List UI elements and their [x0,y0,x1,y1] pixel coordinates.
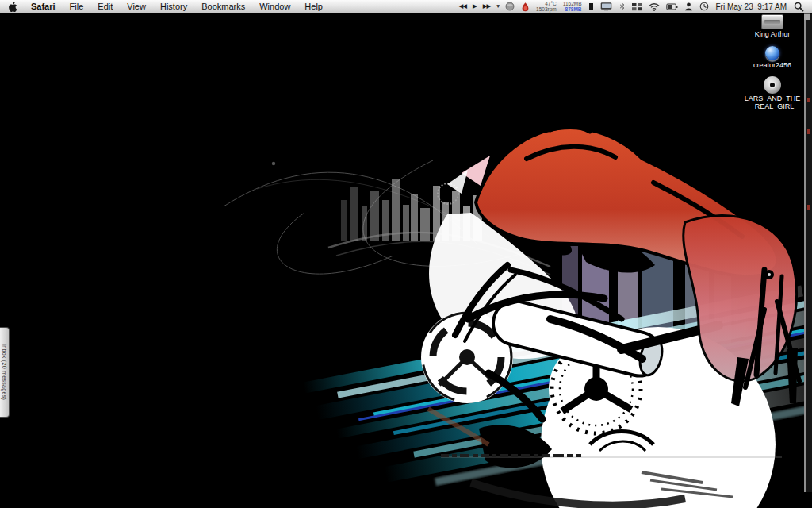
menu-help[interactable]: Help [297,0,330,13]
wifi-icon[interactable] [645,0,663,13]
menu-safari[interactable]: Safari [24,0,63,13]
memory-stats[interactable]: 1162MB 878MB [560,1,585,12]
menu-edit[interactable]: Edit [90,0,120,13]
hard-drive-icon [761,14,783,29]
spaces-icon[interactable] [629,0,645,13]
memory-used: 878MB [565,6,582,12]
idisk-icon [765,46,779,60]
wallpaper-motorcycle-art [209,111,812,508]
desktop-icon-creator2456[interactable]: creator2456 [742,46,802,70]
offscreen-window-edge[interactable] [804,13,812,492]
menu-date: Fri May 23 [716,2,753,11]
menu-time: 9:17 AM [757,2,787,11]
menu-history[interactable]: History [153,0,194,13]
clock-icon[interactable] [696,0,712,13]
menu-window[interactable]: Window [252,0,297,13]
menu-bar-left: Safari File Edit View History Bookmarks … [0,0,330,13]
desktop-icon-label: LARS_AND_THE_REAL_GIRL [745,95,801,110]
desktop-icon-lars-and-the-real-girl[interactable]: LARS_AND_THE_REAL_GIRL [742,76,802,110]
cd-disc-icon [764,76,781,94]
desktop-icon-column: King Arthur creator2456 LARS_AND_THE_REA… [742,14,802,110]
spotlight-icon[interactable] [791,0,807,13]
fan-speed: 1503rpm [536,6,557,12]
desktop: Safari File Edit View History Bookmarks … [0,0,812,508]
desktop-icon-label: King Arthur [755,31,791,39]
menu-view[interactable]: View [120,0,153,13]
chevron-down-icon[interactable]: ▾ [493,0,502,13]
menu-clock[interactable]: Fri May 23 9:17 AM [712,2,791,11]
rewind-icon[interactable]: ◀◀ [455,0,469,13]
fast-forward-icon[interactable]: ▶▶ [480,0,494,13]
apple-icon [8,1,17,12]
memory-total: 1162MB [563,1,582,6]
menu-bar: Safari File Edit View History Bookmarks … [0,0,812,13]
desktop-icon-king-arthur[interactable]: King Arthur [742,14,802,39]
cpu-temp: 47°C [545,1,557,6]
temperature-fan-stats[interactable]: 47°C 1503rpm [533,1,560,12]
flame-icon[interactable] [518,0,533,13]
window-red-marker [807,205,810,210]
bluetooth-icon[interactable] [615,0,629,13]
user-icon[interactable] [681,0,696,13]
play-icon[interactable]: ▶ [469,0,480,13]
offscreen-window-titlebar-sliver [804,13,810,20]
display-icon[interactable] [597,0,615,13]
inbox-drawer-tab[interactable]: Inbox (20 messages) [0,327,10,418]
window-red-marker [807,129,810,134]
inbox-drawer-label: Inbox (20 messages) [2,344,7,400]
app-square-icon[interactable] [585,0,597,13]
battery-icon[interactable] [663,0,681,13]
menu-bar-status: ◀◀ ▶ ▶▶ ▾ 47°C 1503rpm 1162MB 878MB [455,0,812,13]
menu-file[interactable]: File [63,0,91,13]
apple-menu[interactable] [0,1,24,12]
globe-icon[interactable] [502,0,518,13]
menu-bookmarks[interactable]: Bookmarks [194,0,252,13]
window-red-marker [807,98,810,102]
desktop-icon-label: creator2456 [753,62,791,70]
